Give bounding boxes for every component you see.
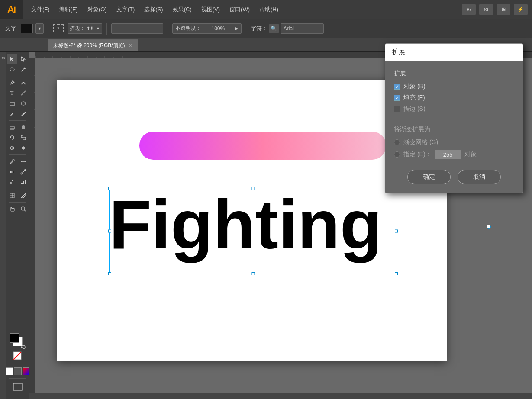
workspace-icon[interactable]: ⊞ — [497, 4, 510, 15]
svg-rect-32 — [25, 180, 26, 184]
measure-tool[interactable] — [18, 156, 29, 167]
gray-swatch[interactable] — [14, 367, 22, 375]
svg-rect-16 — [21, 135, 23, 137]
paintbrush-tool[interactable] — [7, 109, 17, 119]
none-indicator-icon[interactable] — [13, 351, 23, 361]
tool-row-gradient — [7, 167, 29, 177]
menu-text[interactable]: 文字(T) — [112, 4, 139, 15]
menu-file[interactable]: 文件(F) — [27, 4, 54, 15]
svg-marker-39 — [21, 346, 23, 348]
toolbar-stroke-width[interactable] — [111, 23, 163, 34]
tab-close-icon[interactable]: ✕ — [129, 43, 132, 48]
toolbar-fill-dropdown[interactable]: ▼ — [35, 23, 44, 34]
select-tool[interactable] — [7, 54, 17, 64]
gradient-swatch[interactable] — [23, 367, 30, 375]
expand-dialog-title: 扩展 — [392, 48, 405, 56]
svg-point-26 — [24, 169, 26, 171]
expand-object-row: ✓ 对象 (B) — [394, 83, 514, 90]
tool-row-pen — [7, 77, 29, 88]
svg-rect-24 — [10, 171, 14, 173]
blob-brush-tool[interactable] — [18, 122, 29, 132]
specify-input[interactable]: 255 — [435, 150, 461, 159]
symbol-sprayer-tool[interactable] — [7, 177, 17, 187]
bridge-icon[interactable]: Br — [462, 4, 476, 15]
sel-handle-br[interactable] — [395, 272, 398, 275]
expand-fill-label: 填充 (F) — [403, 94, 425, 102]
expand-object-checkbox[interactable]: ✓ — [394, 84, 400, 90]
rotate-tool[interactable] — [7, 132, 17, 143]
eraser-tool[interactable] — [7, 122, 17, 132]
scale-tool[interactable] — [18, 132, 29, 143]
ai-logo-icon: Ai — [0, 0, 23, 19]
curvature-tool[interactable] — [18, 77, 29, 88]
gradient-section-label: 将渐变扩展为 — [394, 125, 514, 133]
gradient-mesh-radio[interactable] — [394, 139, 400, 145]
column-graph-tool[interactable] — [18, 177, 29, 187]
specify-radio[interactable] — [394, 151, 400, 158]
svg-rect-42 — [13, 383, 22, 390]
menu-object[interactable]: 对象(O) — [83, 4, 111, 15]
toolbar-font-name[interactable]: Arial — [281, 23, 324, 34]
expand-fill-checkbox[interactable]: ✓ — [394, 95, 400, 101]
slice-tool[interactable] — [18, 190, 29, 201]
stock-icon[interactable]: St — [479, 4, 493, 15]
gradient-tool[interactable] — [7, 167, 17, 177]
toolbar-opacity[interactable]: 不透明度： 100% ▶ — [172, 23, 242, 34]
artboard-tool[interactable] — [13, 382, 23, 392]
toolbar-fill-color[interactable] — [21, 24, 33, 33]
fill-fg-swatch[interactable] — [10, 333, 19, 343]
svg-rect-30 — [21, 183, 23, 184]
svg-point-2 — [10, 68, 14, 71]
menu-view[interactable]: 视图(V) — [197, 4, 224, 15]
pencil-tool[interactable] — [18, 109, 29, 119]
toolbar-stroke-dropdown[interactable]: 描边： ⬆⬇ ▼ — [68, 23, 102, 34]
zoom-tool[interactable] — [18, 204, 29, 214]
expand-stroke-checkbox[interactable] — [394, 106, 400, 112]
swatch-reset-icon[interactable] — [21, 344, 26, 350]
selection-right-handle[interactable] — [487, 225, 491, 229]
type-tool[interactable]: T — [7, 88, 17, 98]
line-tool[interactable] — [18, 88, 29, 98]
tool-sep-1 — [9, 76, 26, 76]
toolbar-stroke-box[interactable]: ✕ — [53, 24, 64, 32]
document-tab-active[interactable]: 未标题-2* @ 200% (RGB/预览) ✕ — [48, 39, 138, 51]
rect-tool[interactable] — [7, 98, 17, 109]
ellipse-tool[interactable] — [18, 98, 29, 109]
lightning-icon[interactable]: ⚡ — [514, 4, 528, 15]
tool-row-symbol — [7, 177, 29, 187]
hand-tool[interactable] — [7, 204, 17, 214]
lasso-tool[interactable] — [7, 64, 17, 74]
sel-handle-bm[interactable] — [251, 272, 255, 275]
white-swatch[interactable] — [6, 367, 13, 375]
dialog-ok-button[interactable]: 确定 — [407, 170, 451, 184]
tool-sep-5 — [9, 202, 26, 203]
mesh-tool[interactable] — [7, 190, 17, 201]
toolbar-divider-4 — [246, 23, 246, 35]
magic-wand-tool[interactable] — [18, 64, 29, 74]
toolbar-divider-3 — [168, 23, 168, 35]
warp-tool[interactable] — [7, 143, 17, 153]
sel-handle-bl[interactable] — [108, 272, 111, 275]
tool-row-warp — [7, 143, 29, 153]
menu-right-icons: Br St ⊞ ⚡ — [462, 4, 532, 15]
blend-tool[interactable] — [18, 167, 29, 177]
expand-section-label: 扩展 — [394, 70, 514, 77]
sel-handle-mr[interactable] — [395, 230, 398, 233]
menu-effect[interactable]: 效果(C) — [168, 4, 196, 15]
left-panel-collapse[interactable]: ≪ — [0, 52, 6, 399]
eyedropper-tool[interactable] — [7, 156, 17, 167]
menu-window[interactable]: 窗口(W) — [225, 4, 254, 15]
menu-edit[interactable]: 编辑(E) — [55, 4, 82, 15]
menu-items: 文件(F) 编辑(E) 对象(O) 文字(T) 选择(S) 效果(C) 视图(V… — [23, 4, 462, 15]
tool-row-mesh — [7, 190, 29, 201]
menu-help[interactable]: 帮助(H) — [255, 4, 283, 15]
dialog-cancel-button[interactable]: 取消 — [458, 170, 501, 184]
menu-select[interactable]: 选择(S) — [140, 4, 167, 15]
svg-rect-31 — [23, 181, 24, 184]
width-tool[interactable] — [18, 143, 29, 153]
direct-select-tool[interactable] — [18, 54, 29, 64]
ai-logo-text: Ai — [7, 4, 15, 15]
pen-tool[interactable] — [7, 77, 17, 88]
char-search-icon[interactable]: 🔍 — [269, 24, 279, 33]
tool-sep-artboard — [9, 378, 26, 379]
